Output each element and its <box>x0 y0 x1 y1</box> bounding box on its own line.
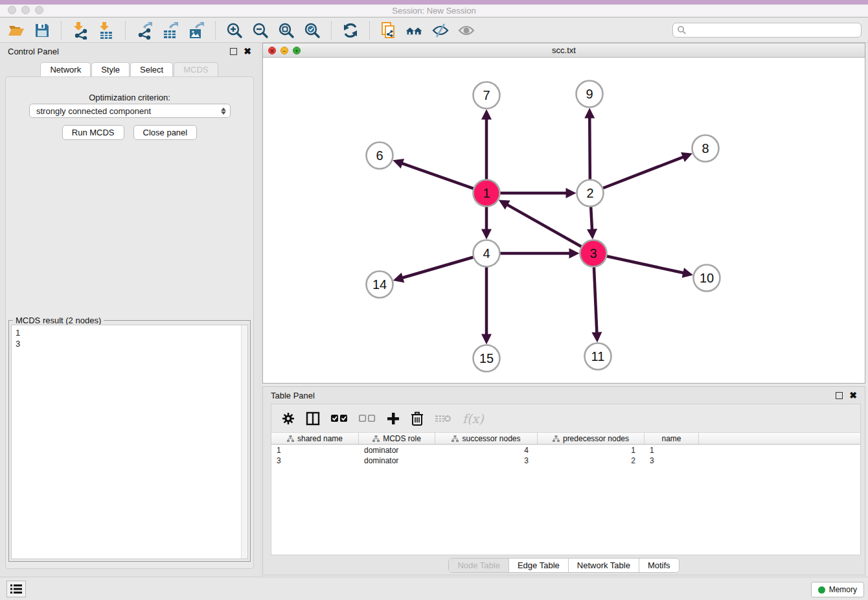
network-window-title: scc.txt <box>263 45 865 55</box>
search-icon <box>677 25 687 35</box>
toolbar-separator <box>215 21 216 40</box>
add-column-icon[interactable] <box>387 412 400 425</box>
network-window-titlebar[interactable]: ✕ − + scc.txt <box>263 43 865 58</box>
tab-node-table[interactable]: Node Table <box>449 559 509 572</box>
optimization-criterion-label: Optimization criterion: <box>6 93 253 102</box>
delete-column-icon[interactable] <box>411 411 424 426</box>
graph-edge-3-1[interactable] <box>508 205 582 246</box>
main-toolbar <box>0 18 868 43</box>
tab-motifs[interactable]: Motifs <box>639 559 679 572</box>
run-mcds-button[interactable]: Run MCDS <box>62 125 124 140</box>
graph-node-label-2: 2 <box>586 186 593 200</box>
edge-arrowhead <box>569 248 580 259</box>
tab-network[interactable]: Network <box>40 62 91 76</box>
edge-arrowhead <box>584 108 595 118</box>
import-network-icon[interactable] <box>71 21 90 40</box>
float-panel-icon[interactable] <box>230 48 237 55</box>
table-cell: 4 <box>435 445 538 456</box>
column-header-successor-nodes[interactable]: successor nodes <box>435 433 538 444</box>
zoom-fit-icon[interactable] <box>277 21 296 40</box>
table-row[interactable]: 1dominator411 <box>271 445 860 456</box>
graph-edge-4-14[interactable] <box>403 257 473 278</box>
tab-mcds[interactable]: MCDS <box>174 62 218 76</box>
hide-view-icon[interactable] <box>431 21 450 40</box>
graph-edge-2-9[interactable] <box>589 118 590 179</box>
graph-edge-3-11[interactable] <box>594 267 597 332</box>
column-header-MCDS-role[interactable]: MCDS role <box>359 433 435 444</box>
toolbar-separator <box>61 21 62 40</box>
close-panel-button[interactable]: Close panel <box>133 125 198 140</box>
save-session-icon[interactable] <box>32 21 52 40</box>
dropdown-stepper-icon <box>221 108 226 115</box>
mcds-result-list: 1 3 <box>12 325 247 351</box>
status-bar: Memory <box>0 577 868 600</box>
table-cell: 1 <box>271 445 359 456</box>
tab-style[interactable]: Style <box>91 62 130 76</box>
search-input[interactable] <box>689 26 857 35</box>
graph-edge-1-6[interactable] <box>402 163 473 188</box>
edge-arrowhead <box>393 273 405 283</box>
select-all-icon[interactable] <box>331 414 348 423</box>
edge-arrowhead <box>587 229 597 239</box>
toolbar-separator <box>369 21 370 40</box>
zoom-out-icon[interactable] <box>251 21 270 40</box>
apply-layout-icon[interactable] <box>341 21 360 40</box>
tab-network-table[interactable]: Network Table <box>569 559 639 572</box>
table-row[interactable]: 3dominator323 <box>271 456 860 466</box>
search-box[interactable] <box>672 23 862 38</box>
tab-select[interactable]: Select <box>130 62 173 76</box>
function-builder-icon: f(x) <box>463 411 484 426</box>
open-file-icon[interactable] <box>6 21 26 40</box>
close-table-panel-icon[interactable]: ✖ <box>849 392 857 399</box>
column-header-predecessor-nodes[interactable]: predecessor nodes <box>538 433 645 444</box>
memory-button[interactable]: Memory <box>811 582 864 597</box>
gear-icon[interactable] <box>282 412 295 425</box>
table-cell: dominator <box>359 445 435 456</box>
criterion-dropdown[interactable]: strongly connected component <box>29 104 231 118</box>
graph-edge-2-3[interactable] <box>591 207 592 229</box>
mcds-result-box[interactable]: 1 3 <box>11 325 248 559</box>
import-table-icon[interactable] <box>97 21 116 40</box>
graph-node-label-11: 11 <box>591 349 605 363</box>
column-header-shared-name[interactable]: shared name <box>271 433 359 444</box>
task-list-icon <box>10 584 22 594</box>
table-body: 1dominator4113dominator323 <box>271 445 860 555</box>
graph-node-label-9: 9 <box>586 87 593 101</box>
criterion-dropdown-value: strongly connected component <box>36 106 151 116</box>
export-table-icon[interactable] <box>161 21 180 40</box>
graph-node-label-7: 7 <box>483 88 490 102</box>
result-scrollbar[interactable] <box>241 325 247 559</box>
column-layout-icon[interactable] <box>306 411 320 426</box>
deselect-all-icon[interactable] <box>359 414 376 423</box>
accent-strip <box>0 0 868 5</box>
export-network-icon[interactable] <box>135 21 154 40</box>
mcds-result-fieldset: MCDS result (2 nodes) 1 3 <box>8 320 251 562</box>
edge-arrowhead <box>566 188 577 198</box>
show-all-views-icon[interactable] <box>405 21 424 40</box>
graph-edge-2-8[interactable] <box>603 157 683 189</box>
attribute-tree-icon <box>287 435 294 442</box>
close-panel-icon[interactable]: ✖ <box>244 48 251 55</box>
column-header-name[interactable]: name <box>645 433 699 444</box>
memory-label: Memory <box>829 585 857 594</box>
export-image-icon[interactable] <box>187 21 206 40</box>
zoom-selected-icon[interactable] <box>303 21 322 40</box>
table-panel-content: f(x) shared nameMCDS rolesuccessor nodes… <box>271 404 861 555</box>
float-table-panel-icon[interactable] <box>836 392 843 399</box>
graph-edge-3-10[interactable] <box>607 257 683 273</box>
show-view-icon[interactable] <box>457 21 476 40</box>
control-panel: Control Panel ✖ Network Style Select MCD… <box>0 43 259 577</box>
network-canvas[interactable]: 7968124314101511 <box>263 58 865 383</box>
clone-network-icon[interactable] <box>379 21 398 40</box>
graph-node-label-10: 10 <box>700 271 714 285</box>
table-cell: 2 <box>538 456 645 466</box>
task-history-button[interactable] <box>6 581 26 597</box>
edge-arrowhead <box>481 229 492 240</box>
attribute-tree-icon <box>451 435 459 442</box>
table-toolbar: f(x) <box>271 404 860 433</box>
mcds-panel: Optimization criterion: strongly connect… <box>5 76 254 569</box>
toolbar-separator <box>125 21 126 40</box>
window-title: Session: New Session <box>0 6 868 16</box>
zoom-in-icon[interactable] <box>225 21 244 40</box>
tab-edge-table[interactable]: Edge Table <box>509 559 569 572</box>
